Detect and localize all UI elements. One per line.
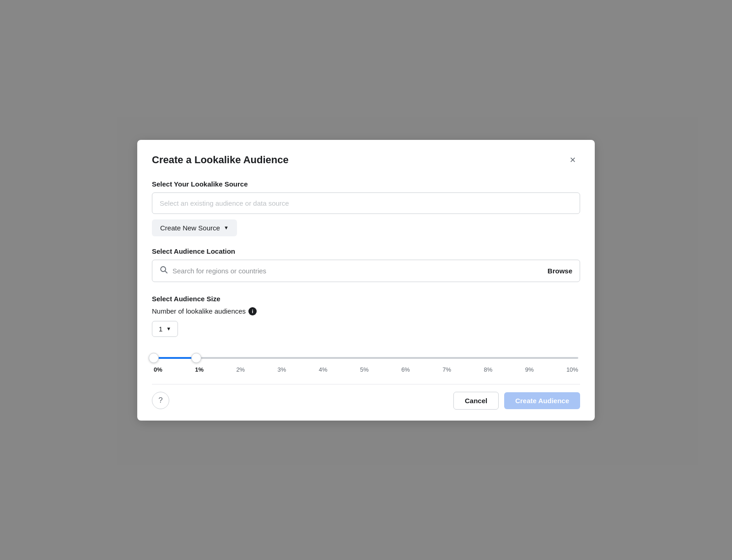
audience-size-slider[interactable]: 0% 1% 2% 3% 4% 5% 6% 7% 8% 9% 10% xyxy=(152,357,580,373)
slider-label-6: 6% xyxy=(401,366,410,373)
modal-header: Create a Lookalike Audience × xyxy=(152,153,580,167)
slider-label-5: 5% xyxy=(360,366,369,373)
count-label-text: Number of lookalike audiences xyxy=(152,307,246,315)
help-button[interactable]: ? xyxy=(152,392,169,409)
slider-label-4: 4% xyxy=(319,366,328,373)
location-search-input[interactable] xyxy=(172,267,543,275)
audience-count-label: Number of lookalike audiences i xyxy=(152,307,580,315)
slider-label-0: 0% xyxy=(154,366,162,373)
close-button[interactable]: × xyxy=(565,153,580,167)
slider-label-2: 2% xyxy=(236,366,245,373)
svg-point-0 xyxy=(161,267,166,272)
slider-thumb-right[interactable] xyxy=(191,353,201,363)
cancel-button[interactable]: Cancel xyxy=(453,392,499,410)
slider-label-7: 7% xyxy=(442,366,451,373)
location-section: Select Audience Location Browse xyxy=(152,247,580,282)
count-dropdown-arrow-icon: ▼ xyxy=(166,326,171,331)
info-icon[interactable]: i xyxy=(248,307,257,315)
count-value: 1 xyxy=(159,325,162,333)
dialog: Create a Lookalike Audience × Select You… xyxy=(137,140,595,421)
size-section: Select Audience Size Number of lookalike… xyxy=(152,295,580,373)
slider-label-9: 9% xyxy=(525,366,534,373)
location-input-wrapper: Browse xyxy=(152,260,580,282)
slider-fill xyxy=(154,357,196,359)
slider-track xyxy=(154,357,578,359)
slider-label-10: 10% xyxy=(566,366,578,373)
slider-label-3: 3% xyxy=(278,366,286,373)
search-icon xyxy=(160,266,168,276)
svg-line-1 xyxy=(165,271,167,273)
create-audience-button[interactable]: Create Audience xyxy=(504,392,580,409)
size-section-label: Select Audience Size xyxy=(152,295,580,303)
slider-labels: 0% 1% 2% 3% 4% 5% 6% 7% 8% 9% 10% xyxy=(154,366,578,373)
source-section-label: Select Your Lookalike Source xyxy=(152,180,580,188)
slider-label-1: 1% xyxy=(195,366,204,373)
create-new-source-button[interactable]: Create New Source ▼ xyxy=(152,219,237,236)
location-section-label: Select Audience Location xyxy=(152,247,580,255)
slider-label-8: 8% xyxy=(484,366,493,373)
source-section: Select Your Lookalike Source Create New … xyxy=(152,180,580,236)
browse-button[interactable]: Browse xyxy=(548,267,572,275)
create-source-label: Create New Source xyxy=(160,224,220,232)
count-select[interactable]: 1 ▼ xyxy=(152,321,178,337)
source-input[interactable] xyxy=(152,192,580,214)
modal-footer: ? Cancel Create Audience xyxy=(152,384,580,410)
footer-actions: Cancel Create Audience xyxy=(453,392,580,410)
slider-thumb-left[interactable] xyxy=(149,353,159,363)
modal-title: Create a Lookalike Audience xyxy=(152,154,289,166)
modal-overlay: Create a Lookalike Audience × Select You… xyxy=(0,0,732,560)
chevron-down-icon: ▼ xyxy=(224,225,229,230)
help-icon: ? xyxy=(158,396,162,405)
